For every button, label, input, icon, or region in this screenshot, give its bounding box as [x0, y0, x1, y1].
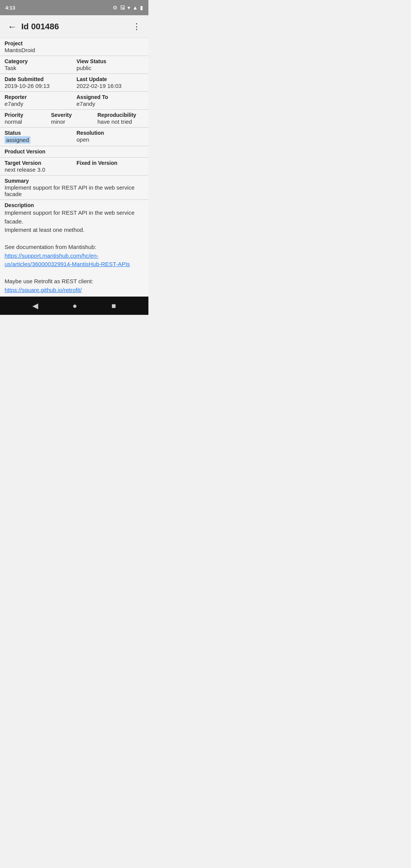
view-status-label: View Status — [76, 58, 144, 64]
page-title: Id 001486 — [20, 22, 129, 32]
more-options-button[interactable]: ⋮ — [129, 19, 144, 35]
nav-home-button[interactable]: ● — [66, 298, 83, 313]
view-status-value: public — [76, 65, 144, 71]
date-submitted-label: Date Submitted — [5, 76, 72, 82]
last-update-label: Last Update — [76, 76, 144, 82]
priority-label: Priority — [5, 112, 51, 118]
description-field: Description Implement support for REST A… — [0, 200, 148, 297]
reporter-label: Reporter — [5, 94, 72, 100]
battery-icon: ▮ — [140, 5, 143, 11]
date-submitted-field: Date Submitted 2019-10-26 09:13 — [5, 74, 72, 91]
project-label: Project — [5, 40, 144, 46]
target-version-value: next release 3.0 — [5, 166, 72, 173]
resolution-value: open — [76, 136, 144, 143]
fixed-in-version-label: Fixed in Version — [76, 160, 144, 166]
priority-field: Priority normal — [5, 110, 51, 127]
category-label: Category — [5, 58, 72, 64]
nav-back-button[interactable]: ◀ — [26, 298, 44, 313]
status-icons: ⚙ 🖫 ▾ ▲ ▮ — [113, 5, 143, 11]
priority-severity-repro-row: Priority normal Severity minor Reproduci… — [0, 110, 148, 127]
summary-field: Summary Implement support for REST API i… — [0, 176, 148, 199]
target-version-field: Target Version next release 3.0 — [5, 158, 72, 175]
bottom-nav: ◀ ● ■ — [0, 297, 148, 315]
back-button[interactable]: ← — [5, 18, 20, 35]
view-status-field: View Status public — [72, 56, 144, 73]
priority-value: normal — [5, 118, 51, 125]
target-version-label: Target Version — [5, 160, 72, 166]
project-field: Project MantisDroid — [0, 38, 148, 56]
sim-icon: 🖫 — [120, 5, 125, 11]
summary-value: Implement support for REST API in the we… — [5, 184, 144, 197]
summary-label: Summary — [5, 178, 144, 184]
category-value: Task — [5, 65, 72, 71]
description-line1: Implement support for REST API in the we… — [5, 209, 135, 225]
status-label: Status — [5, 130, 72, 136]
content-area: Project MantisDroid Category Task View S… — [0, 38, 148, 297]
severity-value: minor — [51, 118, 97, 125]
description-text: Implement support for REST API in the we… — [5, 209, 144, 294]
severity-field: Severity minor — [51, 110, 97, 127]
fixed-in-version-field: Fixed in Version — [72, 158, 144, 175]
nav-recent-button[interactable]: ■ — [105, 298, 122, 313]
product-version-field: Product Version — [0, 146, 148, 157]
description-line2: Implement at least one method. — [5, 227, 84, 233]
reproducibility-label: Reproducibility — [97, 112, 144, 118]
reproducibility-field: Reproducibility have not tried — [97, 110, 144, 127]
description-label: Description — [5, 202, 144, 208]
severity-label: Severity — [51, 112, 97, 118]
date-submitted-value: 2019-10-26 09:13 — [5, 83, 72, 89]
retrofit-link[interactable]: https://square.github.io/retrofit/ — [5, 287, 82, 293]
assigned-to-field: Assigned To e7andy — [72, 92, 144, 109]
status-time: 4:13 — [5, 5, 15, 11]
description-line4: See documentation from Mantishub: — [5, 244, 96, 250]
description-line6: Maybe use Retrofit as REST client: — [5, 278, 93, 284]
category-field: Category Task — [5, 56, 72, 73]
settings-icon: ⚙ — [113, 5, 118, 11]
dates-row: Date Submitted 2019-10-26 09:13 Last Upd… — [0, 74, 148, 91]
resolution-label: Resolution — [76, 130, 144, 136]
reporter-field: Reporter e7andy — [5, 92, 72, 109]
last-update-field: Last Update 2022-02-19 16:03 — [72, 74, 144, 91]
reporter-value: e7andy — [5, 101, 72, 107]
reproducibility-value: have not tried — [97, 118, 144, 125]
status-field: Status assigned — [5, 128, 72, 146]
status-value: assigned — [5, 136, 30, 144]
category-viewstatus-row: Category Task View Status public — [0, 56, 148, 73]
status-bar: 4:13 ⚙ 🖫 ▾ ▲ ▮ — [0, 0, 148, 15]
mantishub-link[interactable]: https://support.mantishub.com/hc/en-us/a… — [5, 252, 130, 268]
product-version-label: Product Version — [5, 148, 144, 155]
project-value: MantisDroid — [5, 47, 144, 53]
last-update-value: 2022-02-19 16:03 — [76, 83, 144, 89]
signal-icon: ▲ — [132, 5, 138, 11]
wifi-icon: ▾ — [127, 5, 130, 11]
resolution-field: Resolution open — [72, 128, 144, 146]
assigned-to-value: e7andy — [76, 101, 144, 107]
app-bar: ← Id 001486 ⋮ — [0, 15, 148, 38]
versions-row: Target Version next release 3.0 Fixed in… — [0, 158, 148, 175]
status-resolution-row: Status assigned Resolution open — [0, 128, 148, 146]
reporter-assigned-row: Reporter e7andy Assigned To e7andy — [0, 92, 148, 109]
assigned-to-label: Assigned To — [76, 94, 144, 100]
